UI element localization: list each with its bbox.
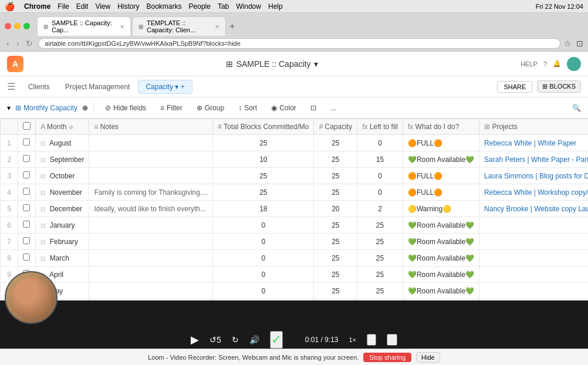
table-row[interactable]: 5 ⊡ December Ideally, would like to fini… [1, 201, 589, 217]
total-blocks-cell[interactable]: 0 [213, 234, 314, 250]
capacity-cell[interactable]: 25 [314, 217, 357, 234]
table-row[interactable]: 6 ⊡ January 0 25 25 💚Room Available💚 [1, 217, 589, 234]
total-blocks-cell[interactable]: 25 [213, 184, 314, 201]
status-cell[interactable]: 🟠FULL🟠 [403, 184, 479, 201]
left-to-fill-column-header[interactable]: fx Left to fill [357, 119, 403, 135]
status-cell[interactable]: 🟠FULL🟠 [403, 168, 479, 184]
notes-column-header[interactable]: ≡ Notes [89, 119, 213, 135]
row-select-checkbox[interactable] [23, 254, 30, 261]
menubar-edit[interactable]: Edit [76, 2, 89, 11]
select-all-checkbox[interactable] [23, 122, 31, 130]
row-checkbox[interactable] [18, 250, 36, 266]
capacity-cell[interactable]: 25 [314, 135, 357, 151]
capacity-cell[interactable]: 25 [314, 184, 357, 201]
row-select-checkbox[interactable] [23, 155, 30, 162]
expand-icon[interactable]: ⊡ [40, 239, 45, 245]
new-tab-button[interactable]: + [227, 21, 237, 32]
notes-cell[interactable]: Ideally, would like to finish everyth... [89, 201, 213, 217]
notes-cell[interactable]: Family is coming for Thanksgiving.... [89, 184, 213, 201]
tab-capacity[interactable]: Capacity ▾ + [138, 80, 192, 94]
close-button[interactable] [5, 23, 11, 29]
projects-cell[interactable] [479, 217, 588, 234]
month-cell[interactable]: ⊡ March [36, 250, 89, 266]
month-col-expand[interactable]: ⊕ [69, 124, 73, 130]
tab-project-management[interactable]: Project Management [58, 80, 137, 93]
row-select-checkbox[interactable] [23, 204, 30, 211]
total-blocks-cell[interactable]: 0 [213, 283, 314, 299]
status-cell[interactable]: 💚Room Available💚 [403, 234, 479, 250]
view-toggle-icon[interactable]: ▾ [7, 104, 11, 112]
tab-template-capacity[interactable]: ⊞ TEMPLATE :: Capacity: Clien... ✕ [132, 16, 226, 36]
row-checkbox[interactable] [18, 168, 36, 184]
row-checkbox[interactable] [18, 184, 36, 201]
row-select-checkbox[interactable] [23, 221, 30, 228]
projects-column-header[interactable]: ⊞ Projects [479, 119, 588, 135]
menubar-window[interactable]: Window [236, 2, 261, 11]
left-to-fill-cell[interactable]: 0 [357, 184, 403, 201]
menubar-view[interactable]: View [95, 2, 110, 11]
row-select-checkbox[interactable] [23, 138, 30, 146]
expand-icon[interactable]: ⊡ [40, 173, 45, 180]
left-to-fill-cell[interactable]: 2 [357, 201, 403, 217]
volume-button[interactable]: 🔊 [249, 335, 259, 344]
left-to-fill-cell[interactable]: 25 [357, 250, 403, 266]
table-row[interactable]: 9 ⊡ April 0 25 25 💚Room Available💚 [1, 266, 589, 283]
checkbox-header[interactable] [18, 119, 36, 135]
capacity-cell[interactable]: 25 [314, 234, 357, 250]
projects-cell[interactable]: Nancy Brooke | Website copy Laura Simmon… [479, 201, 588, 217]
projects-cell[interactable] [479, 283, 588, 299]
projects-cell[interactable] [479, 250, 588, 266]
projects-cell[interactable]: Rebecca White | White Paper [479, 135, 588, 151]
help-icon[interactable]: ? [543, 60, 547, 67]
configure-icon[interactable]: ⊕ [82, 104, 88, 112]
search-icon[interactable]: 🔍 [572, 104, 581, 112]
menubar-chrome[interactable]: Chrome [24, 2, 50, 11]
menubar-tab[interactable]: Tab [218, 2, 229, 11]
notes-cell[interactable] [89, 234, 213, 250]
status-cell[interactable]: 💚Room Available💚 [403, 217, 479, 234]
expand-icon[interactable]: ⊡ [40, 222, 45, 229]
left-to-fill-cell[interactable]: 25 [357, 217, 403, 234]
table-row[interactable]: 4 ⊡ November Family is coming for Thanks… [1, 184, 589, 201]
total-blocks-cell[interactable]: 25 [213, 135, 314, 151]
capacity-cell[interactable]: 25 [314, 250, 357, 266]
minimize-button[interactable] [14, 23, 21, 29]
notes-cell[interactable] [89, 217, 213, 234]
tab-sample-capacity[interactable]: ⊞ SAMPLE :: Capacity: Cap... ✕ [37, 16, 131, 36]
share-button[interactable]: SHARE [497, 81, 532, 93]
notes-cell[interactable] [89, 168, 213, 184]
check-button[interactable]: ✓ [270, 331, 283, 349]
hamburger-icon[interactable]: ☰ [7, 81, 15, 92]
tab-clients[interactable]: Clients [21, 80, 57, 93]
projects-cell[interactable] [479, 266, 588, 283]
total-blocks-cell[interactable]: 0 [213, 266, 314, 283]
what-do-column-header[interactable]: fx What do I do? [403, 119, 479, 135]
menubar-people[interactable]: People [189, 2, 211, 11]
stop-sharing-button[interactable]: Stop sharing [363, 353, 411, 362]
left-to-fill-cell[interactable]: 25 [357, 266, 403, 283]
menubar-history[interactable]: History [117, 2, 139, 11]
notes-cell[interactable] [89, 151, 213, 168]
month-cell[interactable]: ⊡ December [36, 201, 89, 217]
total-blocks-cell[interactable]: 10 [213, 151, 314, 168]
capacity-cell[interactable]: 20 [314, 201, 357, 217]
more-options-button[interactable]: ... [326, 102, 341, 114]
left-to-fill-cell[interactable]: 25 [357, 283, 403, 299]
capacity-cell[interactable]: 25 [314, 151, 357, 168]
month-cell[interactable]: ⊡ October [36, 168, 89, 184]
month-cell[interactable]: ⊡ February [36, 234, 89, 250]
bell-icon[interactable]: 🔔 [553, 60, 561, 67]
table-row[interactable]: 10 ⊡ May 0 25 25 💚Room Available💚 [1, 283, 589, 299]
notes-cell[interactable] [89, 250, 213, 266]
projects-cell[interactable]: Rebecca White | Workshop copy/slides Pet… [479, 184, 588, 201]
color-button[interactable]: ◉ Color [266, 102, 301, 114]
row-checkbox[interactable] [18, 234, 36, 250]
left-to-fill-cell[interactable]: 0 [357, 135, 403, 151]
rewind-button[interactable]: ↺5 [209, 335, 221, 344]
total-blocks-cell[interactable]: 18 [213, 201, 314, 217]
forward-button-vc[interactable]: ↻ [232, 335, 239, 344]
projects-cell[interactable]: Sarah Peters | White Paper - Part 1 [479, 151, 588, 168]
projects-cell[interactable] [479, 234, 588, 250]
status-cell[interactable]: 🟡Warning🟡 [403, 201, 479, 217]
status-cell[interactable]: 💚Room Available💚 [403, 266, 479, 283]
